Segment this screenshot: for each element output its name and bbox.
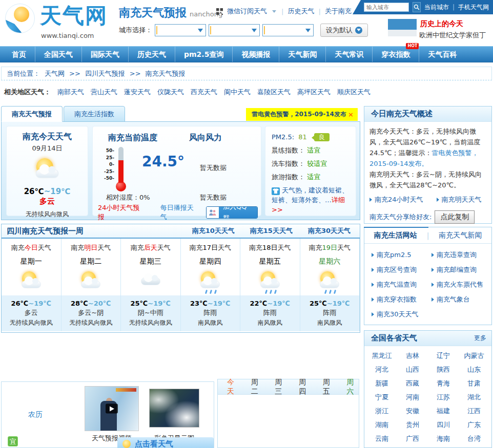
province-link[interactable]: 陕西: [437, 366, 450, 373]
province-link[interactable]: 甘肃: [467, 379, 481, 387]
weather-alert-banner[interactable]: 雷电黄色预警，2015-09-14发布 ×: [246, 108, 358, 121]
province-link[interactable]: 黑龙江: [372, 352, 392, 359]
week-day-card[interactable]: 南充19日天气 星期六 25℃~19℃ 阵雨 南风微风: [300, 239, 360, 331]
forecast-range-link[interactable]: 南充15天天气: [250, 226, 293, 236]
week-day-card[interactable]: 南充17日天气 星期四 23℃~19℃ 阵雨 南风微风: [181, 239, 241, 331]
province-link[interactable]: 河南: [406, 393, 419, 401]
tab-life-sites[interactable]: 南充生活网站: [364, 231, 427, 240]
forecast-video-thumbnail[interactable]: [85, 386, 139, 431]
province-link[interactable]: 福建: [437, 407, 450, 415]
breadcrumb-province[interactable]: 四川天气预报: [85, 69, 125, 78]
province-link[interactable]: 新疆: [375, 379, 388, 387]
related-region-link[interactable]: 高坪区天气: [297, 88, 331, 97]
province-select[interactable]: [155, 24, 206, 36]
week-day-card[interactable]: 南充18日天气 星期五 22℃~19℃ 阵雨 南风微风: [240, 239, 300, 331]
life-link[interactable]: 南充穿衣指数: [377, 295, 417, 303]
history-today-title[interactable]: 历史上的今天: [420, 19, 463, 29]
search-button[interactable]: [413, 2, 421, 12]
province-link[interactable]: 吉林: [406, 352, 419, 359]
tab-weather-news[interactable]: 南充天气新闻: [429, 231, 491, 240]
nav-item[interactable]: 天气常识: [325, 47, 372, 62]
breadcrumb-home[interactable]: 天气网: [45, 69, 65, 78]
history-weather-link[interactable]: 历史天气: [287, 7, 314, 16]
copy-button[interactable]: 点此复制: [435, 210, 475, 224]
province-link[interactable]: 山东: [467, 366, 481, 373]
life-link[interactable]: 南充气象台: [437, 295, 470, 303]
search-input[interactable]: [364, 3, 409, 12]
province-link[interactable]: 海南: [437, 435, 450, 442]
province-link[interactable]: 浙江: [375, 407, 388, 415]
tab-life-index[interactable]: 南充生活指数: [64, 106, 125, 122]
forecast-range-link[interactable]: 南充10天天气: [192, 226, 235, 236]
weekday-tab[interactable]: 周六: [346, 378, 359, 396]
weekday-tab[interactable]: 周二: [251, 378, 263, 396]
nav-item[interactable]: 天气百科: [419, 47, 465, 62]
wechat-subscribe-link[interactable]: 微信订阅天气: [227, 7, 267, 16]
life-link[interactable]: 南充火车票代售: [437, 281, 483, 288]
related-region-link[interactable]: 阆中天气: [224, 88, 251, 97]
nav-item[interactable]: 历史天气: [128, 47, 175, 62]
mobile-site-link[interactable]: 手机天气网: [458, 3, 489, 12]
related-region-link[interactable]: 顺庆区天气: [337, 88, 371, 97]
province-link[interactable]: 辽宁: [437, 352, 450, 359]
hourly-forecast-link[interactable]: 24小时天气预报: [98, 203, 146, 222]
related-region-link[interactable]: 营山天气: [91, 88, 117, 97]
province-link[interactable]: 湖南: [375, 421, 388, 429]
province-link[interactable]: 云南: [375, 435, 388, 442]
site-logo[interactable]: 天气网: [5, 4, 108, 33]
related-region-link[interactable]: 蓬安天气: [124, 88, 151, 97]
more-link[interactable]: 更多: [474, 331, 486, 346]
life-link[interactable]: 南充邮编查询: [437, 266, 477, 273]
related-region-link[interactable]: 南部天气: [57, 88, 84, 97]
life-link[interactable]: 南充气温查询: [377, 281, 417, 288]
weekday-tab[interactable]: 周四: [299, 378, 311, 396]
index-value[interactable]: 适宜: [307, 146, 320, 154]
province-link[interactable]: 江西: [467, 407, 481, 415]
related-region-link[interactable]: 仪陇天气: [157, 88, 184, 97]
lunar-calendar-link[interactable]: 农历: [28, 410, 43, 419]
province-link[interactable]: 内蒙古: [464, 352, 484, 359]
breadcrumb-city[interactable]: 南充天气预报: [146, 69, 186, 78]
nav-item[interactable]: 视频播报: [232, 47, 279, 62]
province-link[interactable]: 四川: [437, 421, 450, 429]
weekday-tab[interactable]: 今天: [227, 378, 239, 396]
history-today-text[interactable]: 欧洲中世纪文学家但丁: [419, 31, 486, 40]
province-link[interactable]: 西藏: [406, 379, 419, 387]
life-link[interactable]: 南充区号查询: [377, 266, 417, 273]
index-value[interactable]: 较适宜: [307, 160, 327, 167]
history-today-thumbnail[interactable]: [388, 19, 417, 36]
overview-quick-link[interactable]: 南充明天天气: [437, 195, 482, 204]
nav-item[interactable]: 首页: [3, 47, 35, 62]
related-region-link[interactable]: 西充天气: [191, 88, 217, 97]
province-link[interactable]: 宁夏: [375, 393, 388, 401]
province-link[interactable]: 贵州: [406, 421, 419, 429]
province-link[interactable]: 山西: [406, 366, 419, 373]
province-link[interactable]: 广西: [406, 435, 419, 442]
weekday-tab[interactable]: 周五: [323, 378, 335, 396]
province-link[interactable]: 安徽: [406, 407, 419, 415]
weekday-tab[interactable]: 周三: [275, 378, 287, 396]
province-link[interactable]: 台湾: [467, 435, 481, 442]
daily-broadcast-link[interactable]: 每日播报天气: [160, 203, 200, 222]
satellite-image-thumbnail[interactable]: [149, 389, 199, 428]
nav-item[interactable]: 穿衣指数HOT: [372, 47, 419, 62]
index-value[interactable]: 适宜: [307, 173, 320, 181]
overview-quick-link[interactable]: 南充24小时天气: [369, 195, 423, 204]
weather-banner[interactable]: 点击看天气: [117, 437, 214, 448]
nav-item[interactable]: pm2.5查询: [175, 47, 232, 62]
city-select[interactable]: [209, 24, 260, 36]
life-link[interactable]: 南充违章查询: [437, 251, 477, 259]
province-link[interactable]: 河北: [375, 366, 388, 373]
about-city-link[interactable]: 关于南充: [325, 7, 352, 16]
province-link[interactable]: 广东: [467, 421, 481, 429]
nav-item[interactable]: 国际天气: [81, 47, 128, 62]
join-qq-group-button[interactable]: 加入QQ群: [206, 206, 258, 219]
province-link[interactable]: 江苏: [437, 393, 450, 401]
week-day-card[interactable]: 南充明日天气 星期二 28℃~20℃ 多云~阴 无持续风向微风: [61, 239, 121, 331]
week-day-card[interactable]: 南充后天天气 星期三 25℃~19℃ 阴~中雨 无持续风向微风: [121, 239, 181, 331]
county-select[interactable]: [262, 24, 314, 36]
current-city-link[interactable]: 当前城市: [424, 3, 449, 12]
week-day-card[interactable]: 南充今日天气 星期一 26℃~19℃ 多云 无持续风向微风: [2, 239, 61, 331]
nav-item[interactable]: 全国天气: [35, 47, 81, 62]
set-default-button[interactable]: 设为默认: [320, 24, 368, 37]
